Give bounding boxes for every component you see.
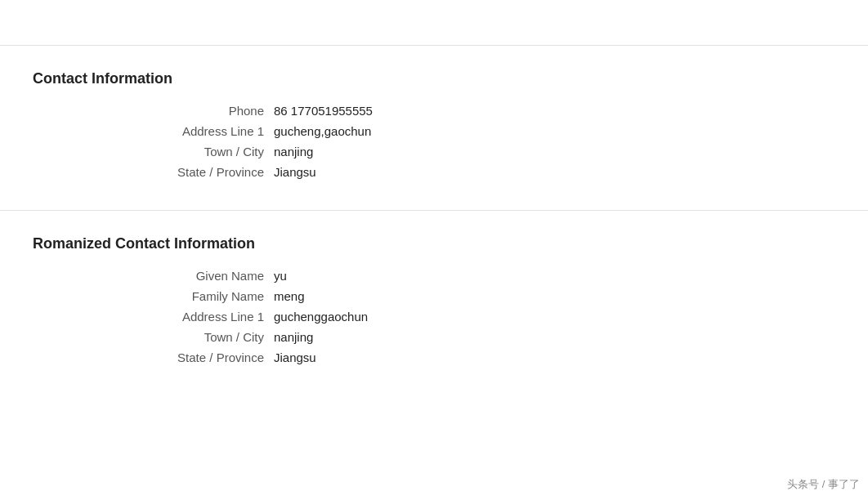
romanized-contact-info-title: Romanized Contact Information — [33, 235, 835, 252]
rom-town-city-label: Town / City — [33, 330, 274, 344]
state-province-row: State / Province Jiangsu — [33, 165, 835, 179]
rom-address1-label: Address Line 1 — [33, 310, 274, 324]
rom-state-province-row: State / Province Jiangsu — [33, 350, 835, 364]
family-name-row: Family Name meng — [33, 289, 835, 303]
state-province-label: State / Province — [33, 165, 274, 179]
rom-state-province-label: State / Province — [33, 350, 274, 364]
address1-row: Address Line 1 gucheng,gaochun — [33, 124, 835, 138]
rom-address1-row: Address Line 1 guchenggaochun — [33, 310, 835, 324]
contact-info-title: Contact Information — [33, 70, 835, 87]
state-province-value: Jiangsu — [274, 165, 316, 179]
given-name-row: Given Name yu — [33, 269, 835, 283]
top-spacer — [0, 0, 868, 45]
romanized-contact-info-section: Romanized Contact Information Given Name… — [0, 211, 868, 395]
rom-state-province-value: Jiangsu — [274, 350, 316, 364]
town-city-label: Town / City — [33, 145, 274, 158]
contact-info-section: Contact Information Phone 86 17705195555… — [0, 46, 868, 210]
rom-town-city-row: Town / City nanjing — [33, 330, 835, 344]
address1-label: Address Line 1 — [33, 124, 274, 138]
town-city-row: Town / City nanjing — [33, 145, 835, 158]
rom-town-city-value: nanjing — [274, 330, 313, 344]
family-name-label: Family Name — [33, 289, 274, 303]
town-city-value: nanjing — [274, 145, 313, 158]
family-name-value: meng — [274, 289, 305, 303]
phone-label: Phone — [33, 104, 274, 118]
watermark: 头条号 / 事了了 — [787, 477, 860, 492]
phone-value: 86 177051955555 — [274, 104, 373, 118]
given-name-label: Given Name — [33, 269, 274, 283]
rom-address1-value: guchenggaochun — [274, 310, 368, 324]
given-name-value: yu — [274, 269, 287, 283]
phone-row: Phone 86 177051955555 — [33, 104, 835, 118]
address1-value: gucheng,gaochun — [274, 124, 371, 138]
page-container: Contact Information Phone 86 17705195555… — [0, 0, 868, 395]
